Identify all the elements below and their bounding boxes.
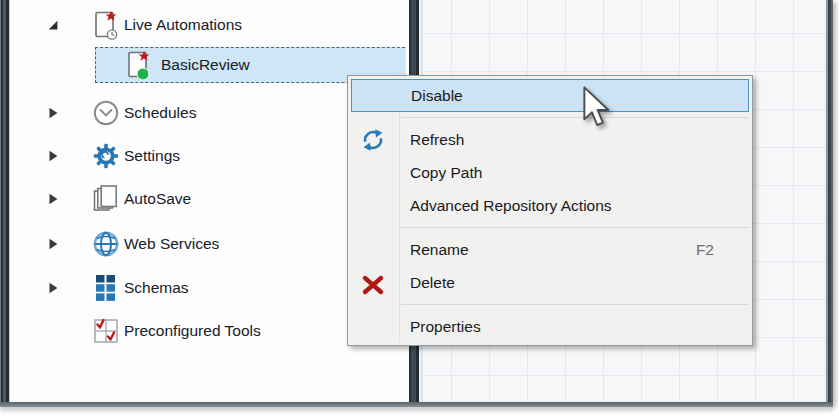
menu-item-properties[interactable]: Properties (348, 310, 752, 343)
menu-item-label: Disable (411, 87, 463, 105)
robot-file-clock-icon (92, 10, 120, 40)
tree-item-label: Preconfigured Tools (124, 314, 261, 348)
menu-item-refresh[interactable]: Refresh (348, 123, 752, 156)
checked-table-icon (92, 316, 120, 346)
app-window: Live Automations BasicReview Schedules (0, 0, 839, 419)
tree-item-label: Settings (124, 139, 180, 173)
menu-separator (401, 117, 749, 118)
menu-item-label: Rename (410, 241, 469, 259)
tree-item-label: Web Services (124, 227, 219, 261)
tree-item-label: AutoSave (124, 182, 191, 216)
delete-x-icon (361, 273, 385, 297)
menu-item-disable[interactable]: Disable (351, 79, 749, 112)
stacked-pages-icon (92, 184, 120, 214)
tree-item-label: Live Automations (124, 8, 242, 42)
window-bottom-border (0, 402, 833, 407)
menu-separator (401, 227, 749, 228)
window-left-border (0, 0, 10, 404)
menu-item-rename[interactable]: Rename F2 (348, 233, 752, 266)
menu-item-label: Refresh (410, 131, 464, 149)
expander-expanded-icon[interactable] (46, 18, 60, 33)
expander-collapsed-icon[interactable] (46, 192, 60, 207)
globe-icon (92, 229, 120, 259)
tree-item-live-automations[interactable]: Live Automations (10, 8, 406, 42)
refresh-icon (361, 128, 385, 152)
robot-file-running-icon (125, 50, 153, 80)
gear-icon (92, 141, 120, 171)
context-menu: Disable Refresh Copy Path Advanced Repos… (347, 75, 753, 346)
expander-collapsed-icon[interactable] (46, 237, 60, 252)
tree-item-label: Schedules (124, 96, 196, 130)
menu-item-label: Copy Path (410, 164, 482, 182)
menu-item-label: Advanced Repository Actions (410, 197, 612, 215)
schema-grid-icon (92, 273, 120, 303)
menu-item-label: Properties (410, 318, 481, 336)
window-right-border (826, 0, 833, 404)
menu-item-label: Delete (410, 274, 455, 292)
clock-icon (92, 98, 120, 128)
menu-item-copy-path[interactable]: Copy Path (348, 156, 752, 189)
tree-item-label: BasicReview (161, 48, 250, 82)
expander-collapsed-icon[interactable] (46, 281, 60, 296)
tree-item-label: Schemas (124, 271, 189, 305)
menu-item-delete[interactable]: Delete (348, 266, 752, 299)
expander-collapsed-icon[interactable] (46, 149, 60, 164)
expander-collapsed-icon[interactable] (46, 106, 60, 121)
arrow-cursor (583, 86, 613, 131)
menu-item-shortcut: F2 (696, 241, 752, 259)
menu-separator (401, 304, 749, 305)
menu-item-advanced-repository-actions[interactable]: Advanced Repository Actions (348, 189, 752, 222)
